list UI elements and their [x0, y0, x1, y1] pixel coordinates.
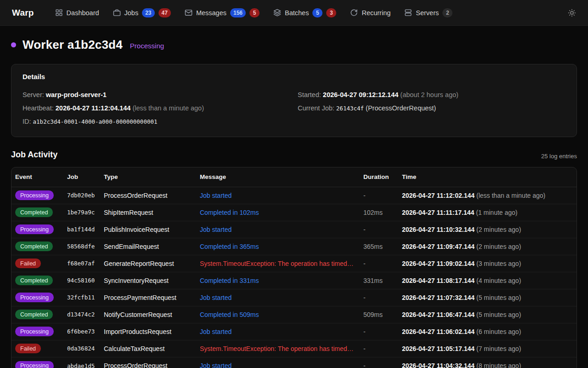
job-type: GenerateReportRequest: [104, 260, 200, 267]
column-header-time: Time: [402, 173, 573, 180]
table-row[interactable]: Processing abdae1d5 ProcessOrderRequest …: [11, 357, 577, 368]
brand-logo[interactable]: Warp: [12, 8, 34, 18]
job-timestamp: 2026-04-27 11:12:02.144: [402, 192, 475, 199]
theme-toggle-button[interactable]: [568, 9, 576, 17]
nav-item-messages[interactable]: Messages 156 5: [185, 8, 260, 17]
refresh-icon: [350, 9, 358, 17]
worker-status-dot: [11, 42, 16, 47]
table-row[interactable]: Completed 94c58160 SyncInventoryRequest …: [11, 272, 577, 289]
status-badge: Failed: [15, 259, 41, 268]
job-timestamp: 2026-04-27 11:07:32.144: [402, 294, 475, 301]
nav-item-recurring[interactable]: Recurring: [350, 9, 390, 17]
job-message[interactable]: Job started: [200, 226, 363, 233]
job-time-relative: (less than a minute ago): [476, 192, 545, 199]
status-badge: Completed: [15, 276, 53, 285]
job-id: 0da36824: [67, 345, 104, 352]
status-badge: Completed: [15, 242, 53, 251]
job-time: 2026-04-27 11:08:17.144(4 minutes ago): [402, 277, 573, 284]
job-timestamp: 2026-04-27 11:06:47.144: [402, 311, 475, 318]
job-id: 7db020eb: [67, 192, 104, 199]
job-time: 2026-04-27 11:12:02.144(less than a minu…: [402, 192, 573, 199]
job-type: ProcessOrderRequest: [104, 362, 200, 368]
job-type: NotifyCustomerRequest: [104, 311, 200, 318]
table-row[interactable]: Completed d13474c2 NotifyCustomerRequest…: [11, 306, 577, 323]
job-type: CalculateTaxRequest: [104, 345, 200, 352]
nav-item-jobs[interactable]: Jobs 23 47: [113, 8, 171, 17]
detail-started-relative: (about 2 hours ago): [400, 91, 458, 98]
job-time-relative: (2 minutes ago): [476, 226, 521, 233]
job-time-relative: (8 minutes ago): [476, 362, 521, 368]
job-id: 58568dfe: [67, 243, 104, 250]
job-duration: -: [363, 260, 402, 267]
job-time-relative: (7 minutes ago): [476, 345, 521, 352]
log-entries-count: 25 log entries: [541, 153, 577, 160]
detail-current-job-id[interactable]: 26143c4f: [336, 105, 364, 112]
nav-item-batches[interactable]: Batches 5 3: [273, 8, 336, 17]
worker-status-label: Processing: [130, 42, 164, 50]
job-message[interactable]: Job started: [200, 362, 363, 368]
table-row[interactable]: Processing ba1f144d PublishInvoiceReques…: [11, 221, 577, 238]
job-duration: 102ms: [363, 209, 402, 216]
column-header-job: Job: [67, 173, 104, 180]
server-icon: [404, 9, 412, 17]
status-badge: Processing: [15, 293, 54, 302]
table-row[interactable]: Failed f68e07af GenerateReportRequest Sy…: [11, 255, 577, 272]
briefcase-icon: [113, 9, 121, 17]
job-time-relative: (6 minutes ago): [476, 328, 521, 335]
job-id: 6f6bee73: [67, 328, 104, 335]
detail-heartbeat: Heartbeat: 2026-04-27 11:12:04.144 (less…: [23, 105, 290, 112]
job-type: PublishInvoiceRequest: [104, 226, 200, 233]
layers-icon: [273, 9, 281, 17]
job-message[interactable]: Job started: [200, 192, 363, 199]
detail-current-job-type: (ProcessOrderRequest): [366, 104, 436, 112]
job-time: 2026-04-27 11:06:02.144(6 minutes ago): [402, 328, 573, 335]
job-message[interactable]: Job started: [200, 294, 363, 301]
detail-server: Server: warp-prod-server-1: [23, 92, 290, 99]
table-row[interactable]: Completed 58568dfe SendEmailRequest Comp…: [11, 238, 577, 255]
job-time: 2026-04-27 11:07:32.144(5 minutes ago): [402, 294, 573, 301]
job-id: f68e07af: [67, 260, 104, 267]
detail-current-job-label: Current Job:: [298, 104, 334, 112]
job-message[interactable]: Completed in 102ms: [200, 209, 363, 216]
job-time: 2026-04-27 11:06:47.144(5 minutes ago): [402, 311, 573, 318]
messages-queued-badge: 156: [230, 8, 246, 17]
job-time: 2026-04-27 11:10:32.144(2 minutes ago): [402, 226, 573, 233]
table-row[interactable]: Completed 1be79a9c ShipItemRequest Compl…: [11, 204, 577, 221]
table-row[interactable]: Processing 32fcfb11 ProcessPaymentReques…: [11, 289, 577, 306]
job-duration: 509ms: [363, 311, 402, 318]
status-badge: Processing: [15, 190, 54, 200]
job-message[interactable]: System.TimeoutException: The operation h…: [200, 260, 363, 267]
nav-item-dashboard[interactable]: Dashboard: [55, 9, 99, 17]
nav-item-servers[interactable]: Servers 2: [404, 8, 452, 17]
job-message[interactable]: Completed in 509ms: [200, 311, 363, 318]
status-badge: Processing: [15, 327, 54, 336]
job-id: d13474c2: [67, 311, 104, 318]
status-badge: Processing: [15, 361, 54, 368]
job-time: 2026-04-27 11:05:17.144(7 minutes ago): [402, 345, 573, 352]
job-message[interactable]: Completed in 331ms: [200, 277, 363, 284]
nav-item-label: Jobs: [124, 9, 139, 17]
detail-server-label: Server:: [23, 91, 44, 98]
batches-failed-badge: 3: [326, 8, 336, 17]
job-message[interactable]: Job started: [200, 328, 363, 335]
job-timestamp: 2026-04-27 11:06:02.144: [402, 328, 475, 335]
column-header-message: Message: [200, 173, 363, 180]
column-header-duration: Duration: [363, 173, 402, 180]
table-row[interactable]: Processing 6f6bee73 ImportProductsReques…: [11, 323, 577, 340]
nav-item-label: Recurring: [362, 9, 390, 17]
job-timestamp: 2026-04-27 11:05:17.144: [402, 345, 475, 352]
status-badge: Completed: [15, 207, 53, 217]
column-header-type: Type: [104, 173, 200, 180]
nav-item-label: Messages: [196, 9, 226, 17]
job-duration: -: [363, 226, 402, 233]
job-time-relative: (2 minutes ago): [476, 243, 521, 250]
detail-started-value: 2026-04-27 09:12:12.144: [323, 91, 398, 98]
job-timestamp: 2026-04-27 11:11:17.144: [402, 209, 474, 216]
table-row[interactable]: Failed 0da36824 CalculateTaxRequest Syst…: [11, 340, 577, 357]
top-nav: Warp Dashboard Jobs 23 47 Messages 156 5: [0, 0, 588, 26]
table-row[interactable]: Processing 7db020eb ProcessOrderRequest …: [11, 187, 577, 204]
job-message[interactable]: System.TimeoutException: The operation h…: [200, 345, 363, 352]
job-duration: -: [363, 362, 402, 368]
job-id: ba1f144d: [67, 226, 104, 233]
job-message[interactable]: Completed in 365ms: [200, 243, 363, 250]
